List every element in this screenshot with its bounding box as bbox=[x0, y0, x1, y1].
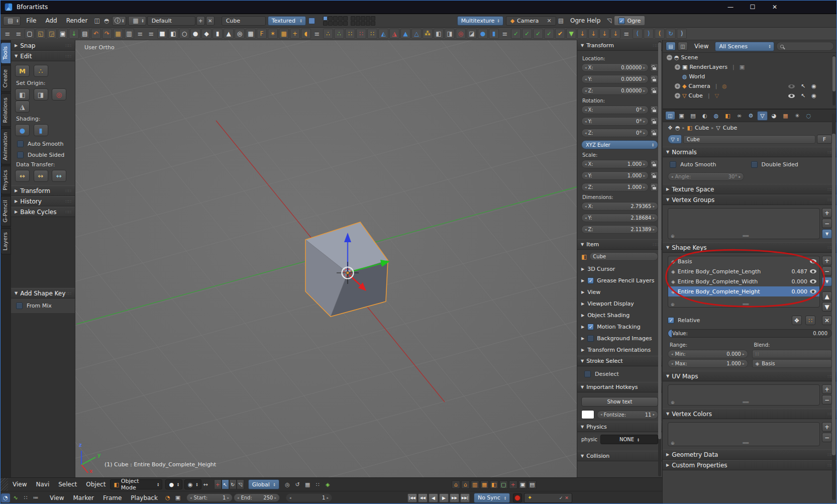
outliner-filter-dropdown[interactable]: All Scenes▴▾ bbox=[715, 42, 774, 51]
panel-transform-n[interactable]: ▼Transform∷∷ bbox=[577, 40, 662, 51]
layer-grid-left[interactable] bbox=[323, 16, 348, 26]
scale-x-lock-icon[interactable] bbox=[650, 160, 658, 168]
manipulator-rotate-button[interactable]: ↻ bbox=[229, 479, 237, 489]
shape-key-move-down-button[interactable]: ▼ bbox=[822, 302, 832, 312]
layer-cell[interactable] bbox=[333, 16, 338, 21]
uv-map-remove-button[interactable]: − bbox=[822, 395, 832, 405]
physics-tab[interactable]: ◌ bbox=[803, 111, 814, 121]
n-panel-scrollbar[interactable] bbox=[658, 41, 661, 476]
uv-map-add-button[interactable]: + bbox=[822, 384, 832, 394]
shape-key-eye-icon[interactable] bbox=[810, 269, 816, 273]
snap-element-icon[interactable]: ▦ bbox=[303, 480, 312, 489]
keying-set-field[interactable]: ✦✓✕ bbox=[524, 493, 572, 503]
pin-icon[interactable]: ❖ bbox=[668, 125, 673, 131]
rotation-z-lock-icon[interactable] bbox=[650, 129, 658, 137]
mirror-button[interactable]: M bbox=[15, 65, 30, 77]
list-icon[interactable]: ▤ bbox=[558, 17, 564, 24]
item-name-field[interactable]: Cube bbox=[589, 252, 658, 261]
menu-add[interactable]: Add bbox=[41, 17, 61, 24]
renderability-camera-icon[interactable]: ◉ bbox=[811, 92, 816, 99]
data-transfer-layout-button[interactable]: ↔ bbox=[34, 170, 48, 182]
apply-scale-icon[interactable]: ✓ bbox=[533, 29, 543, 39]
screen-layout-icon[interactable]: ◫ bbox=[94, 17, 99, 24]
open-recent-icon[interactable]: ◲ bbox=[47, 29, 57, 39]
hotkey-door-icon[interactable]: ◧ bbox=[490, 480, 498, 489]
apply-location-icon[interactable]: ✓ bbox=[511, 29, 521, 39]
add-text-icon[interactable]: F bbox=[257, 29, 267, 39]
show-text-button[interactable]: Show text bbox=[581, 397, 658, 407]
pivot-align-icon[interactable]: ↔ bbox=[201, 480, 210, 489]
selectability-cursor-icon[interactable]: ↖ bbox=[801, 83, 805, 89]
apply-rotation-icon[interactable]: ✓ bbox=[522, 29, 532, 39]
rotation-y-field[interactable]: ◂Y:0°▸ bbox=[581, 117, 649, 126]
mesh-browse-button[interactable]: ▽▴▾ bbox=[668, 135, 682, 144]
add-plane-icon[interactable]: ■ bbox=[157, 29, 167, 39]
clear-origin-icon[interactable]: ↓ bbox=[610, 29, 620, 39]
add-speaker-icon[interactable]: ◖ bbox=[301, 29, 311, 39]
hotkey-bars-icon[interactable]: ▥ bbox=[471, 480, 479, 489]
panel-geometry-data[interactable]: ▶Geometry Data∷∷ bbox=[663, 449, 837, 460]
panel-3d-cursor[interactable]: ▶3D Cursor bbox=[577, 263, 662, 275]
panel-custom-properties[interactable]: ▶Custom Properties∷∷ bbox=[663, 460, 837, 470]
vertex-group-filter-button[interactable]: ▼ bbox=[822, 229, 832, 239]
layer-cell[interactable] bbox=[371, 16, 375, 21]
blend-vertex-group-field[interactable]: ∷ bbox=[752, 350, 832, 358]
constraints-tab[interactable]: ∞ bbox=[734, 111, 745, 121]
shape-key-row[interactable]: ◈Entire Body_Complete_Height0.000 bbox=[668, 286, 819, 296]
ogre-checkbox[interactable] bbox=[618, 18, 625, 24]
world-tab[interactable]: ◍ bbox=[711, 111, 721, 121]
location-x-field[interactable]: ◂X:0.00000▸ bbox=[581, 63, 649, 72]
shape-key-eye-icon[interactable] bbox=[810, 289, 816, 293]
outliner-row-world[interactable]: ◍World bbox=[663, 72, 837, 81]
double-sided-checkbox[interactable] bbox=[17, 152, 24, 158]
scale-z-field[interactable]: ◂Z:1.000▸ bbox=[581, 183, 649, 191]
location-z-lock-icon[interactable] bbox=[650, 86, 658, 95]
blend-relative-to-field[interactable]: ◈Basis bbox=[752, 359, 832, 368]
breadcrumb-data[interactable]: Cube bbox=[723, 125, 737, 131]
vertex-color-remove-button[interactable]: − bbox=[822, 433, 832, 442]
layer-cell[interactable] bbox=[366, 16, 370, 21]
scale-x-field[interactable]: ◂X:1.000▸ bbox=[581, 160, 649, 168]
duplicate-icon[interactable]: ◨ bbox=[445, 29, 455, 39]
outliner-editor-icon[interactable]: ▤ bbox=[666, 42, 676, 51]
modifiers-tab[interactable]: ⚙ bbox=[746, 111, 756, 121]
outliner-row-cube[interactable]: +▽Cube|▽↖◉ bbox=[663, 91, 837, 100]
selectability-cursor-icon[interactable]: ↖ bbox=[801, 92, 805, 99]
opengl-render-icon[interactable]: ◈ bbox=[324, 480, 332, 489]
resize-grip-icon[interactable]: ══ bbox=[743, 399, 749, 405]
sidebar-tab-relations[interactable]: Relations bbox=[1, 93, 11, 127]
range-min-field[interactable]: ◂Min:0.000▸ bbox=[668, 350, 748, 358]
rotation-y-lock-icon[interactable] bbox=[650, 117, 658, 126]
curve-handle-free-icon[interactable]: ( bbox=[655, 29, 665, 39]
record-button[interactable] bbox=[513, 493, 522, 502]
sidebar-tab-layers[interactable]: Layers bbox=[1, 228, 11, 254]
layer-cell[interactable] bbox=[328, 21, 333, 26]
outliner-row-camera[interactable]: +◆Camera|◍↖◉ bbox=[663, 81, 837, 91]
vp-menu-view[interactable]: View bbox=[8, 481, 31, 488]
viewport-shading-button[interactable]: ●▴▾ bbox=[165, 479, 182, 489]
clear-location-icon[interactable]: ↓ bbox=[577, 29, 587, 39]
sidebar-tab-gpencil[interactable]: G-Pencil bbox=[1, 196, 11, 227]
orientation-dropdown[interactable]: Global▴▾ bbox=[248, 479, 279, 489]
add-uv-sphere-icon[interactable]: ● bbox=[190, 29, 200, 39]
panel-object-shading[interactable]: ▶Object Shading bbox=[577, 310, 662, 321]
sidebar-tab-physics[interactable]: Physics bbox=[1, 166, 11, 194]
color-swatch[interactable] bbox=[308, 18, 315, 24]
outliner-row-renderlayers[interactable]: +▣RenderLayers|▣ bbox=[663, 62, 837, 72]
3d-viewport[interactable]: User Ortho z y x (1) Cube : Entire Body_… bbox=[75, 40, 577, 477]
layer-cell[interactable] bbox=[361, 21, 365, 26]
hotkey-film-icon[interactable]: ▤ bbox=[528, 480, 537, 489]
undo-icon[interactable]: ↶ bbox=[91, 29, 101, 39]
ogre-help-label[interactable]: Ogre Help bbox=[566, 17, 605, 24]
apply-deform-icon[interactable]: ▼ bbox=[566, 29, 576, 39]
hotkey-image-icon[interactable]: ▣ bbox=[518, 480, 527, 489]
add-cube-icon[interactable]: ◧ bbox=[168, 29, 178, 39]
save-incremental-icon[interactable]: ↓ bbox=[69, 29, 79, 39]
graph-editor-icon[interactable]: ∿ bbox=[11, 493, 20, 502]
panel-viewport-display[interactable]: ▶Viewport Display bbox=[577, 298, 662, 310]
apply-visual-icon[interactable]: ✔ bbox=[555, 29, 565, 39]
viewport-shading-dropdown[interactable]: Textured▴▾ bbox=[268, 16, 306, 26]
shape-key-row[interactable]: ◈Basis bbox=[668, 256, 819, 266]
location-x-lock-icon[interactable] bbox=[650, 63, 658, 72]
clear-scale-icon[interactable]: ↓ bbox=[599, 29, 609, 39]
